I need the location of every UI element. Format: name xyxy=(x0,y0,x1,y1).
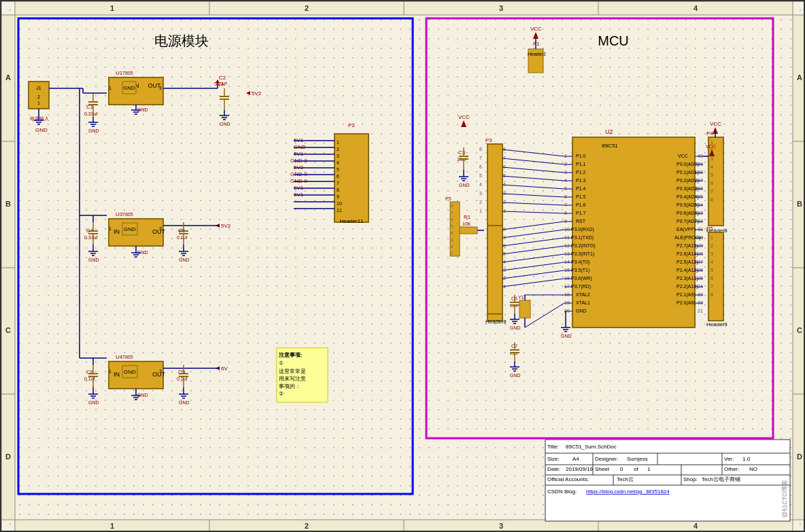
svg-text:7: 7 xyxy=(564,202,567,207)
svg-text:2: 2 xyxy=(710,243,713,248)
svg-text:5: 5 xyxy=(710,268,713,272)
svg-text:26: 26 xyxy=(698,268,703,272)
svg-text:P2.1(A9): P2.1(A9) xyxy=(676,292,696,298)
svg-text:5: 5 xyxy=(337,167,339,172)
svg-text:6: 6 xyxy=(503,164,506,169)
svg-text:GND: GND xyxy=(35,127,48,133)
svg-marker-125 xyxy=(246,91,250,95)
svg-text:Ver:: Ver: xyxy=(724,456,734,462)
svg-text:P3.2(INTO): P3.2(INTO) xyxy=(571,243,596,249)
svg-text:1: 1 xyxy=(109,226,112,231)
svg-rect-358 xyxy=(487,144,502,321)
svg-text:电源输入: 电源输入 xyxy=(30,116,49,122)
svg-text:5V2: 5V2 xyxy=(294,164,304,171)
svg-text:7: 7 xyxy=(710,284,713,289)
svg-text:C9: C9 xyxy=(178,369,186,375)
svg-text:8: 8 xyxy=(710,292,713,297)
svg-line-396 xyxy=(502,238,564,246)
svg-text:P2.3(A11): P2.3(A11) xyxy=(676,276,698,281)
svg-text:P3.5(T1): P3.5(T1) xyxy=(571,268,589,273)
svg-text:5: 5 xyxy=(479,173,482,178)
svg-text:1: 1 xyxy=(451,251,453,255)
svg-text:A: A xyxy=(797,73,802,82)
svg-line-394 xyxy=(502,221,564,230)
svg-marker-221 xyxy=(533,32,538,39)
svg-text:P0.1(AD1): P0.1(AD1) xyxy=(676,170,699,175)
svg-rect-402 xyxy=(708,137,723,226)
svg-text:31: 31 xyxy=(698,227,703,232)
svg-text:2: 2 xyxy=(305,522,309,530)
svg-text:5: 5 xyxy=(451,224,453,228)
svg-text:D: D xyxy=(797,453,802,461)
svg-text:3: 3 xyxy=(479,191,482,196)
svg-text:3: 3 xyxy=(499,522,503,530)
svg-text:6: 6 xyxy=(503,243,506,248)
svg-text:GND: GND xyxy=(88,400,99,405)
svg-text:35: 35 xyxy=(698,194,703,199)
svg-text:P1.4: P1.4 xyxy=(576,186,586,191)
svg-text:2: 2 xyxy=(710,148,713,153)
svg-text:4: 4 xyxy=(503,260,506,264)
svg-text:Header8: Header8 xyxy=(485,319,507,325)
svg-text:U3: U3 xyxy=(116,211,123,217)
svg-text:P0.6(AD6): P0.6(AD6) xyxy=(676,211,699,216)
svg-text:7: 7 xyxy=(503,235,506,240)
svg-text:P3.3(INT1): P3.3(INT1) xyxy=(571,251,594,257)
svg-text:GND: GND xyxy=(459,183,470,188)
svg-text:3: 3 xyxy=(159,226,162,231)
svg-text:0.33uf: 0.33uf xyxy=(84,235,98,240)
svg-text:Header8: Header8 xyxy=(706,228,727,234)
svg-text:C7: C7 xyxy=(511,344,517,349)
svg-line-397 xyxy=(502,246,564,254)
svg-text:GND-II: GND-II xyxy=(290,158,307,164)
svg-text:C6: C6 xyxy=(511,296,517,301)
svg-rect-237 xyxy=(572,137,695,327)
svg-text:P2.7(A15): P2.7(A15) xyxy=(676,243,698,249)
svg-text:GND: GND xyxy=(88,128,99,133)
svg-rect-91 xyxy=(335,134,369,222)
svg-text:1: 1 xyxy=(647,466,651,472)
svg-text:18: 18 xyxy=(564,292,570,297)
svg-text:0.1uf: 0.1uf xyxy=(177,376,188,381)
svg-text:4: 4 xyxy=(503,182,506,187)
svg-text:P0.4(AD4): P0.4(AD4) xyxy=(676,194,699,200)
svg-text:2: 2 xyxy=(305,4,309,12)
svg-text:Other:: Other: xyxy=(724,466,739,472)
svg-text:电源模块: 电源模块 xyxy=(154,33,209,48)
svg-text:NO: NO xyxy=(749,466,757,472)
svg-text:1: 1 xyxy=(710,235,713,240)
svg-text:6V1: 6V1 xyxy=(294,185,304,191)
svg-text:3: 3 xyxy=(499,4,503,12)
svg-text:Date:: Date: xyxy=(547,466,560,472)
svg-text:OUT: OUT xyxy=(148,82,162,89)
svg-text:P2.0(A8): P2.0(A8) xyxy=(676,300,696,306)
svg-text:CSDN Blog:: CSDN Blog: xyxy=(547,489,577,495)
svg-rect-429 xyxy=(458,227,477,234)
svg-text:GND: GND xyxy=(137,250,148,255)
svg-text:5: 5 xyxy=(503,251,506,256)
svg-text:0: 0 xyxy=(620,466,623,472)
svg-text:8: 8 xyxy=(503,147,506,152)
svg-text:Tech云: Tech云 xyxy=(617,476,634,482)
svg-text:GND: GND xyxy=(561,334,572,338)
svg-text:XTAL1: XTAL1 xyxy=(576,300,590,305)
svg-text:P1.1: P1.1 xyxy=(576,162,586,166)
svg-rect-3 xyxy=(1,15,15,520)
svg-line-382 xyxy=(502,202,564,205)
svg-text:7805: 7805 xyxy=(122,212,133,217)
svg-text:3: 3 xyxy=(564,170,567,175)
svg-text:U1: U1 xyxy=(116,70,123,76)
svg-rect-1 xyxy=(15,1,793,15)
svg-text:C1: C1 xyxy=(86,104,94,110)
svg-text:15: 15 xyxy=(564,268,570,272)
svg-line-381 xyxy=(502,194,564,197)
svg-rect-127 xyxy=(109,219,163,246)
svg-text:17: 17 xyxy=(564,284,570,289)
svg-text:6: 6 xyxy=(564,194,567,199)
svg-text:P0.5(AD5): P0.5(AD5) xyxy=(676,202,699,208)
svg-text:事项的：: 事项的： xyxy=(279,383,301,389)
svg-text:P2.4(A12): P2.4(A12) xyxy=(676,268,698,273)
svg-text:Y1: Y1 xyxy=(518,295,524,300)
svg-text:34: 34 xyxy=(698,202,703,207)
svg-text:10: 10 xyxy=(337,201,342,206)
